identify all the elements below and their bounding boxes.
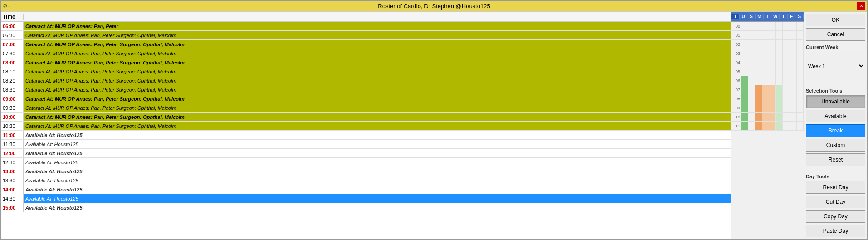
mini-day-cell[interactable] <box>790 31 797 39</box>
mini-day-cell[interactable] <box>783 49 790 58</box>
event-cell[interactable]: Cataract At: MUR OP Anaes: Pan, Peter Su… <box>24 76 731 85</box>
event-cell[interactable]: Available At: Housto125 <box>24 158 731 167</box>
mini-day-cell[interactable] <box>748 58 755 67</box>
mini-day-cell[interactable] <box>755 22 762 30</box>
event-cell[interactable]: Available At: Housto125 <box>24 176 731 185</box>
mini-day-cell[interactable] <box>797 22 804 30</box>
day-header-cell[interactable]: S <box>747 14 756 19</box>
mini-day-cell[interactable] <box>783 22 790 30</box>
mini-day-cell[interactable] <box>755 94 762 103</box>
day-header-cell[interactable]: U <box>740 14 748 19</box>
event-cell[interactable]: Available At: Housto125 <box>24 149 731 157</box>
mini-day-cell[interactable] <box>769 103 776 112</box>
mini-day-cell[interactable] <box>790 103 797 112</box>
mini-day-cell[interactable] <box>790 58 797 67</box>
mini-day-cell[interactable] <box>769 122 776 130</box>
mini-day-cell[interactable] <box>790 76 797 85</box>
mini-day-cell[interactable] <box>797 40 804 49</box>
event-cell[interactable]: Cataract At: MUR OP Anaes: Pan, Peter <box>24 22 731 30</box>
day-header-cell[interactable]: T <box>764 14 772 19</box>
mini-day-cell[interactable] <box>769 31 776 39</box>
mini-day-cell[interactable] <box>755 49 762 58</box>
event-cell[interactable]: Cataract At: MUR OP Anaes: Pan, Peter Su… <box>24 49 731 58</box>
mini-day-cell[interactable] <box>748 76 755 85</box>
mini-day-cell[interactable] <box>776 40 783 49</box>
mini-day-cell[interactable] <box>790 85 797 94</box>
day-header-cell[interactable]: T <box>780 14 788 19</box>
mini-day-cell[interactable] <box>769 76 776 85</box>
week-select[interactable]: Week 1 <box>806 52 865 80</box>
mini-day-cell[interactable] <box>748 22 755 30</box>
mini-day-cell[interactable] <box>783 113 790 121</box>
mini-day-cell[interactable] <box>762 113 769 121</box>
mini-day-cell[interactable] <box>776 113 783 121</box>
day-header-cell[interactable]: S <box>795 14 804 19</box>
mini-day-cell[interactable] <box>741 58 748 67</box>
mini-day-cell[interactable] <box>755 113 762 121</box>
mini-day-cell[interactable] <box>741 122 748 130</box>
mini-day-cell[interactable] <box>755 76 762 85</box>
mini-day-cell[interactable] <box>748 31 755 39</box>
day-header-cell[interactable]: M <box>756 14 764 19</box>
available-button[interactable]: Available <box>806 110 865 122</box>
mini-day-cell[interactable] <box>797 31 804 39</box>
event-cell[interactable]: Cataract At: MUR OP Anaes: Pan, Peter Su… <box>24 58 731 67</box>
mini-day-cell[interactable] <box>776 31 783 39</box>
mini-day-cell[interactable] <box>762 122 769 130</box>
mini-day-cell[interactable] <box>755 85 762 94</box>
mini-day-cell[interactable] <box>783 58 790 67</box>
mini-day-cell[interactable] <box>741 67 748 76</box>
day-header-cell[interactable]: W <box>771 14 780 19</box>
mini-day-cell[interactable] <box>741 85 748 94</box>
reset-button[interactable]: Reset <box>806 153 865 166</box>
cut-day-button[interactable]: Cut Day <box>806 196 865 208</box>
mini-day-cell[interactable] <box>741 103 748 112</box>
mini-day-cell[interactable] <box>776 85 783 94</box>
mini-day-cell[interactable] <box>762 103 769 112</box>
mini-day-cell[interactable] <box>748 40 755 49</box>
mini-day-cell[interactable] <box>797 49 804 58</box>
mini-day-cell[interactable] <box>797 103 804 112</box>
mini-day-cell[interactable] <box>783 85 790 94</box>
mini-day-cell[interactable] <box>776 22 783 30</box>
mini-day-cell[interactable] <box>755 67 762 76</box>
event-cell[interactable]: Cataract At: MUR OP Anaes: Pan, Peter Su… <box>24 85 731 94</box>
mini-day-cell[interactable] <box>762 76 769 85</box>
mini-day-cell[interactable] <box>776 103 783 112</box>
mini-day-cell[interactable] <box>769 113 776 121</box>
mini-day-cell[interactable] <box>762 85 769 94</box>
mini-day-cell[interactable] <box>741 76 748 85</box>
event-cell[interactable]: Cataract At: MUR OP Anaes: Pan, Peter Su… <box>24 122 731 130</box>
mini-day-cell[interactable] <box>748 122 755 130</box>
mini-day-cell[interactable] <box>769 22 776 30</box>
mini-day-cell[interactable] <box>790 94 797 103</box>
mini-day-cell[interactable] <box>755 31 762 39</box>
mini-day-cell[interactable] <box>797 67 804 76</box>
mini-day-cell[interactable] <box>762 49 769 58</box>
mini-day-cell[interactable] <box>755 58 762 67</box>
day-header-cell[interactable]: T <box>731 14 740 19</box>
mini-day-cell[interactable] <box>755 40 762 49</box>
mini-day-cell[interactable] <box>769 67 776 76</box>
unavailable-button[interactable]: Unavailable <box>806 95 865 108</box>
event-cell[interactable]: Available At: Housto125 <box>24 131 731 139</box>
mini-day-cell[interactable] <box>748 67 755 76</box>
mini-day-cell[interactable] <box>783 76 790 85</box>
mini-day-cell[interactable] <box>783 67 790 76</box>
custom-button[interactable]: Custom <box>806 139 865 152</box>
mini-day-cell[interactable] <box>741 31 748 39</box>
event-cell[interactable]: Cataract At: MUR OP Anaes: Pan, Peter Su… <box>24 94 731 103</box>
paste-day-button[interactable]: Paste Day <box>806 225 865 237</box>
mini-day-cell[interactable] <box>762 58 769 67</box>
mini-day-cell[interactable] <box>790 22 797 30</box>
mini-day-cell[interactable] <box>797 58 804 67</box>
mini-day-cell[interactable] <box>783 40 790 49</box>
mini-day-cell[interactable] <box>762 67 769 76</box>
close-button[interactable]: ✕ <box>857 2 865 10</box>
mini-day-cell[interactable] <box>762 31 769 39</box>
copy-day-button[interactable]: Copy Day <box>806 210 865 223</box>
mini-day-cell[interactable] <box>783 94 790 103</box>
cancel-button[interactable]: Cancel <box>806 28 865 41</box>
mini-day-cell[interactable] <box>741 94 748 103</box>
event-cell[interactable]: Available At: Housto125 <box>24 185 731 194</box>
